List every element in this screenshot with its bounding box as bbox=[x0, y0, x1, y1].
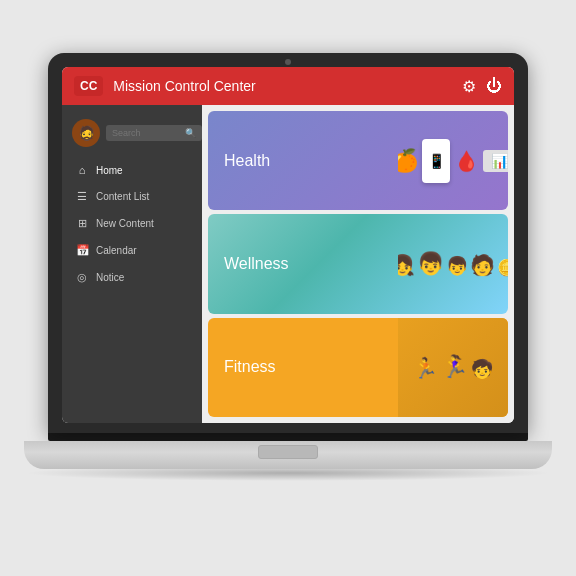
sidebar-profile: 🧔 🔍 bbox=[62, 113, 202, 153]
runner2-icon: 🏃‍♀️ bbox=[441, 354, 468, 380]
list-icon: ☰ bbox=[76, 190, 88, 203]
food-icon: 🍊 bbox=[398, 148, 418, 174]
health-card[interactable]: Health 🍊 📱 🩸 📊 bbox=[208, 111, 508, 210]
avatar: 🧔 bbox=[72, 119, 100, 147]
health-illustration: 🍊 📱 🩸 📊 bbox=[398, 135, 508, 187]
wellness-card[interactable]: Wellness 👧 👦 👦 🧑 🪙 bbox=[208, 214, 508, 313]
sidebar: 🧔 🔍 ⌂ Home ☰ Content List bbox=[62, 105, 202, 423]
laptop-base bbox=[24, 441, 552, 469]
screen-bezel: CC Mission Control Center ⚙ ⏻ 🧔 🔍 bbox=[48, 53, 528, 433]
sidebar-label-new-content: New Content bbox=[96, 218, 154, 229]
sidebar-item-new-content[interactable]: ⊞ New Content bbox=[62, 210, 202, 237]
phone-icon: 📱 bbox=[422, 139, 450, 183]
main-area: 🧔 🔍 ⌂ Home ☰ Content List bbox=[62, 105, 514, 423]
fitness-illustration: 🏃 🏃‍♀️ 🧒 bbox=[413, 354, 493, 380]
power-icon[interactable]: ⏻ bbox=[486, 77, 502, 95]
health-image: 🍊 📱 🩸 📊 bbox=[398, 111, 508, 210]
person4-icon: 🧑 bbox=[470, 253, 495, 277]
laptop-hinge bbox=[48, 433, 528, 441]
health-label: Health bbox=[208, 152, 398, 170]
grid-icon: ⊞ bbox=[76, 217, 88, 230]
fitness-label: Fitness bbox=[208, 358, 398, 376]
search-input[interactable] bbox=[112, 128, 182, 138]
touchpad[interactable] bbox=[258, 445, 318, 459]
coin-icon: 🪙 bbox=[497, 258, 509, 277]
wellness-image: 👧 👦 👦 🧑 🪙 bbox=[398, 214, 508, 313]
fitness-card[interactable]: Fitness 🏃 🏃‍♀️ 🧒 bbox=[208, 318, 508, 417]
sidebar-label-content-list: Content List bbox=[96, 191, 149, 202]
runner1-icon: 🏃 bbox=[413, 356, 438, 380]
blood-drop-icon: 🩸 bbox=[454, 149, 479, 173]
home-icon: ⌂ bbox=[76, 164, 88, 176]
search-box[interactable]: 🔍 bbox=[106, 125, 202, 141]
glucose-meter: 📊 bbox=[483, 150, 508, 172]
app-header: CC Mission Control Center ⚙ ⏻ bbox=[62, 67, 514, 105]
logo: CC bbox=[74, 76, 103, 96]
person1-icon: 👧 bbox=[398, 253, 415, 277]
sidebar-item-calendar[interactable]: 📅 Calendar bbox=[62, 237, 202, 264]
sidebar-item-notice[interactable]: ◎ Notice bbox=[62, 264, 202, 291]
calendar-icon: 📅 bbox=[76, 244, 88, 257]
fitness-image: 🏃 🏃‍♀️ 🧒 bbox=[398, 318, 508, 417]
sidebar-item-content-list[interactable]: ☰ Content List bbox=[62, 183, 202, 210]
sidebar-item-home[interactable]: ⌂ Home bbox=[62, 157, 202, 183]
wellness-label: Wellness bbox=[208, 255, 398, 273]
runner3-icon: 🧒 bbox=[471, 358, 493, 380]
app-title: Mission Control Center bbox=[113, 78, 462, 94]
sidebar-label-calendar: Calendar bbox=[96, 245, 137, 256]
person3-icon: 👦 bbox=[446, 255, 468, 277]
content-area: Health 🍊 📱 🩸 📊 bbox=[202, 105, 514, 423]
screen: CC Mission Control Center ⚙ ⏻ 🧔 🔍 bbox=[62, 67, 514, 423]
sidebar-label-notice: Notice bbox=[96, 272, 124, 283]
search-icon: 🔍 bbox=[185, 128, 196, 138]
settings-icon[interactable]: ⚙ bbox=[462, 77, 476, 96]
wellness-illustration: 👧 👦 👦 🧑 🪙 bbox=[398, 247, 508, 281]
notice-icon: ◎ bbox=[76, 271, 88, 284]
laptop-container: CC Mission Control Center ⚙ ⏻ 🧔 🔍 bbox=[48, 53, 528, 523]
camera-dot bbox=[285, 59, 291, 65]
person2-icon: 👦 bbox=[417, 251, 444, 277]
sidebar-label-home: Home bbox=[96, 165, 123, 176]
header-actions: ⚙ ⏻ bbox=[462, 77, 502, 96]
